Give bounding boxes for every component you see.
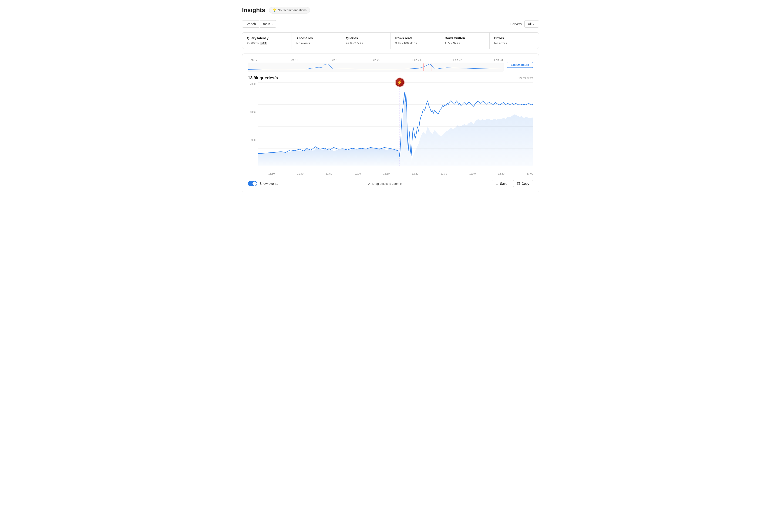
timeline-date: Feb 23 xyxy=(494,58,503,62)
chart-footer: Show events ⤢ Drag-select to zoom in ⊡ S… xyxy=(248,176,533,188)
event-marker[interactable]: ⚡ xyxy=(396,78,404,87)
branch-value-text: main xyxy=(263,22,270,26)
svg-marker-9 xyxy=(400,92,533,166)
svg-rect-0 xyxy=(248,63,504,71)
lightning-icon: ⚡ xyxy=(396,78,404,87)
toggle-knob xyxy=(252,181,257,186)
main-chart-panel: Feb 17 Feb 18 Feb 19 Feb 20 Feb 21 Feb 2… xyxy=(242,53,539,193)
x-label: 12:10 xyxy=(383,172,390,175)
save-icon: ⊡ xyxy=(496,182,498,186)
metric-value: 1.7k - 9k / s xyxy=(445,41,485,45)
metric-label: Anomalies xyxy=(296,36,336,40)
timeline-date: Feb 20 xyxy=(371,58,380,62)
chart-header: 13.9k queries/s 13:05 MST xyxy=(248,76,533,81)
x-label: 12:50 xyxy=(498,172,504,175)
no-recommendations-button[interactable]: 💡 No recommendations xyxy=(269,7,310,13)
show-events-toggle[interactable] xyxy=(248,181,257,186)
servers-selector: Servers All ▾ xyxy=(510,20,539,28)
timeline-mini-chart xyxy=(248,63,504,71)
timeline-date: Feb 22 xyxy=(453,58,462,62)
chevron-down-icon: ▾ xyxy=(533,23,534,25)
last-24-hours-button[interactable]: Last 24 hours xyxy=(507,62,533,68)
metric-rows-read[interactable]: Rows read 3.4k - 106.9k / s xyxy=(391,33,440,49)
servers-value-text: All xyxy=(528,22,532,26)
page-title: Insights xyxy=(242,6,265,14)
x-axis: 11:30 11:40 11:50 12:00 12:10 12:20 12:3… xyxy=(258,171,533,175)
save-button[interactable]: ⊡ Save xyxy=(492,180,511,187)
drag-select-hint: ⤢ Drag-select to zoom in xyxy=(367,181,403,186)
chart-time-label: 13:05 MST xyxy=(518,77,533,80)
metric-errors[interactable]: Errors No errors xyxy=(490,33,539,49)
x-label: 12:20 xyxy=(412,172,418,175)
y-label: 0 xyxy=(248,167,256,169)
timeline-date: Feb 21 xyxy=(412,58,421,62)
servers-dropdown[interactable]: All ▾ xyxy=(524,20,539,28)
metric-anomalies[interactable]: Anomalies No events xyxy=(292,33,341,49)
show-events-control: Show events xyxy=(248,181,278,186)
branch-dropdown[interactable]: main ▾ xyxy=(260,20,276,28)
p95-badge: p95 xyxy=(260,42,268,45)
metric-value: 99.8 - 27k / s xyxy=(346,41,386,45)
metric-label: Errors xyxy=(494,36,534,40)
timeline-date: Feb 18 xyxy=(290,58,298,62)
timeline-date: Feb 17 xyxy=(249,58,257,62)
metric-label: Rows read xyxy=(396,36,436,40)
y-label: 18.9k xyxy=(248,111,256,113)
x-label: 11:50 xyxy=(326,172,332,175)
metric-label: Queries xyxy=(346,36,386,40)
x-label: 12:40 xyxy=(469,172,476,175)
metric-value: 2 - 60ms p95 xyxy=(247,41,287,45)
metric-rows-written[interactable]: Rows written 1.7k - 9k / s xyxy=(440,33,490,49)
metric-label: Query latency xyxy=(247,36,287,40)
servers-label: Servers xyxy=(510,22,522,26)
metric-label: Rows written xyxy=(445,36,485,40)
metric-value: 3.4k - 106.9k / s xyxy=(396,41,436,45)
lightbulb-icon: 💡 xyxy=(273,8,277,12)
recommendations-label: No recommendations xyxy=(278,8,307,12)
metric-value: No events xyxy=(296,41,336,45)
copy-label: Copy xyxy=(522,182,529,186)
metric-value: No errors xyxy=(494,41,534,45)
copy-button[interactable]: ❐ Copy xyxy=(513,180,533,187)
chart-queries-label: 13.9k queries/s xyxy=(248,76,278,81)
metric-query-latency[interactable]: Query latency 2 - 60ms p95 xyxy=(242,33,292,49)
x-label: 13:00 xyxy=(527,172,533,175)
drag-select-label: Drag-select to zoom in xyxy=(372,182,403,186)
y-axis: 28.3k 18.9k 9.4k 0 xyxy=(248,82,256,175)
y-label: 9.4k xyxy=(248,138,256,141)
x-label: 12:00 xyxy=(355,172,361,175)
action-buttons: ⊡ Save ❐ Copy xyxy=(492,180,533,187)
cursor-icon: ⤢ xyxy=(367,181,370,186)
show-events-label: Show events xyxy=(259,182,278,186)
metric-queries[interactable]: Queries 99.8 - 27k / s xyxy=(341,33,391,49)
x-label: 12:30 xyxy=(441,172,447,175)
copy-icon: ❐ xyxy=(517,182,520,186)
y-label: 28.3k xyxy=(248,82,256,85)
timeline-date: Feb 19 xyxy=(331,58,339,62)
branch-selector: Branch main ▾ xyxy=(242,20,276,28)
x-label: 11:40 xyxy=(297,172,303,175)
svg-point-11 xyxy=(532,103,533,106)
branch-label: Branch xyxy=(242,20,259,28)
chart-area[interactable]: 28.3k 18.9k 9.4k 0 xyxy=(248,82,533,175)
main-chart-svg xyxy=(258,82,533,171)
save-label: Save xyxy=(500,182,507,186)
toolbar: Branch main ▾ Servers All ▾ xyxy=(242,20,539,28)
chevron-down-icon: ▾ xyxy=(272,23,273,25)
x-label: 11:30 xyxy=(268,172,275,175)
metrics-bar: Query latency 2 - 60ms p95 Anomalies No … xyxy=(242,32,539,49)
